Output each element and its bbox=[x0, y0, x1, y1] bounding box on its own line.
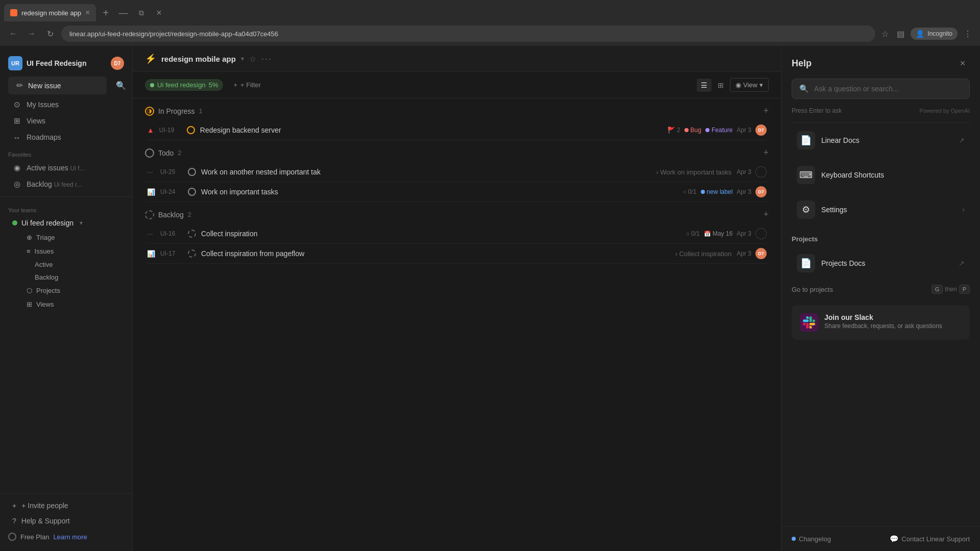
slack-title: Join our Slack bbox=[824, 313, 942, 321]
active-tab[interactable]: redesign mobile app × bbox=[4, 4, 96, 21]
views-team-label: Views bbox=[36, 300, 54, 308]
contact-icon: 💬 bbox=[890, 535, 898, 543]
group-add-todo[interactable]: + bbox=[763, 147, 769, 158]
sidebar-item-views[interactable]: ⊞ Views bbox=[4, 113, 128, 129]
keyboard-shortcuts-item[interactable]: ⌨ Keyboard Shortcuts bbox=[787, 159, 975, 191]
go-to-projects-label: Go to projects bbox=[792, 286, 833, 293]
user-avatar[interactable]: D7 bbox=[111, 57, 124, 70]
plan-icon bbox=[8, 533, 16, 541]
external-link-icon: ↗ bbox=[959, 136, 965, 144]
issue-avatar-empty bbox=[755, 228, 767, 239]
priority-icon-none: ··· bbox=[147, 230, 155, 238]
linear-docs-icon: 📄 bbox=[797, 131, 815, 149]
help-divider bbox=[792, 122, 970, 123]
table-row[interactable]: ··· UI-16 Collect inspiration ○ 0/1 📅May… bbox=[145, 224, 769, 244]
group-count-inprogress: 1 bbox=[199, 107, 203, 115]
status-icon-todo bbox=[145, 148, 154, 158]
refresh-button[interactable]: ↻ bbox=[43, 27, 57, 41]
project-dropdown-caret[interactable]: ▾ bbox=[241, 55, 244, 62]
project-badge-dot bbox=[150, 83, 154, 87]
roadmaps-label: Roadmaps bbox=[27, 133, 61, 141]
view-controls: ☰ ⊞ ◉ View ▾ bbox=[697, 78, 769, 92]
sidebar-item-active-issues[interactable]: ◉ Active issues Ui f... bbox=[4, 160, 128, 176]
issue-status-dot bbox=[188, 188, 196, 196]
address-bar[interactable]: linear.app/ui-feed-redesign/project/rede… bbox=[61, 26, 875, 42]
workspace-name[interactable]: UR UI Feed Redesign bbox=[8, 56, 86, 70]
help-search-icon: 🔍 bbox=[799, 84, 809, 93]
project-badge[interactable]: Ui feed redesign 5% bbox=[145, 79, 223, 91]
view-dropdown[interactable]: ◉ View ▾ bbox=[730, 78, 769, 92]
help-search-box[interactable]: 🔍 bbox=[792, 79, 970, 99]
go-to-projects-row[interactable]: Go to projects G then P bbox=[781, 280, 980, 299]
settings-label: Settings bbox=[821, 206, 956, 214]
list-view-button[interactable]: ☰ bbox=[697, 79, 712, 92]
sidebar-item-active[interactable]: Active bbox=[4, 258, 128, 271]
help-search-input[interactable] bbox=[814, 85, 962, 93]
projects-icon: ⬡ bbox=[27, 287, 32, 294]
grid-view-button[interactable]: ⊞ bbox=[714, 79, 728, 92]
slack-icon bbox=[800, 313, 818, 332]
invite-people-button[interactable]: + + Invite people bbox=[4, 498, 128, 513]
new-issue-button[interactable]: ✏ New issue bbox=[8, 77, 107, 94]
sidebar-item-issues[interactable]: ≡ Issues bbox=[4, 244, 128, 258]
progress-badge: ○ 0/1 bbox=[686, 230, 700, 237]
filter-button[interactable]: + + Filter bbox=[229, 79, 265, 91]
table-row[interactable]: ··· UI-25 Work on another nested importa… bbox=[145, 162, 769, 182]
sidebar-item-projects[interactable]: ⬡ Projects bbox=[4, 284, 128, 297]
back-button[interactable]: ← bbox=[6, 27, 20, 41]
help-support-button[interactable]: ? Help & Support bbox=[4, 513, 128, 529]
incognito-badge: 👤 Incognito bbox=[911, 28, 958, 40]
tag-feature: Feature bbox=[705, 127, 732, 134]
learn-more-link[interactable]: Learn more bbox=[53, 533, 87, 541]
help-close-button[interactable]: × bbox=[955, 56, 970, 70]
sidebar-item-backlog-fav[interactable]: ◎ Backlog Ui feed r... bbox=[4, 176, 128, 192]
group-add-backlog[interactable]: + bbox=[763, 209, 769, 220]
issue-date: Apr 3 bbox=[737, 127, 751, 134]
browser-more-button[interactable]: ⋮ bbox=[962, 27, 974, 41]
due-date: 📅May 16 bbox=[704, 230, 732, 237]
sidebar-item-views-team[interactable]: ⊞ Views bbox=[4, 297, 128, 311]
active-label: Active bbox=[35, 261, 53, 268]
sidebar-toggle[interactable]: ▤ bbox=[895, 27, 906, 41]
projects-docs-item[interactable]: 📄 Projects Docs ↗ bbox=[787, 248, 975, 279]
new-tab-button[interactable]: + bbox=[98, 5, 113, 20]
projects-section-label: Projects bbox=[781, 227, 980, 247]
sidebar-item-triage[interactable]: ⊕ Triage bbox=[4, 231, 128, 244]
group-label-todo: Todo bbox=[158, 149, 174, 157]
contact-link[interactable]: 💬 Contact Linear Support bbox=[890, 535, 970, 543]
slack-box[interactable]: Join our Slack Share feedback, requests,… bbox=[792, 305, 970, 340]
workspace-avatar: UR bbox=[8, 56, 22, 70]
sidebar-item-team[interactable]: Ui feed redesign ▾ bbox=[4, 215, 128, 231]
sidebar-bottom: + + Invite people ? Help & Support Free … bbox=[0, 493, 132, 545]
changelog-link[interactable]: Changelog bbox=[792, 535, 831, 543]
issue-date: Apr 3 bbox=[737, 168, 751, 176]
view-icon: ◉ bbox=[736, 81, 741, 89]
issue-id: UI-25 bbox=[160, 168, 183, 176]
new-issue-label: New issue bbox=[28, 82, 61, 90]
project-header: ⚡ redesign mobile app ▾ ☆ ··· bbox=[133, 46, 781, 72]
projects-docs-external-icon: ↗ bbox=[959, 259, 965, 267]
sidebar-item-backlog[interactable]: Backlog bbox=[4, 271, 128, 284]
linear-docs-item[interactable]: 📄 Linear Docs ↗ bbox=[787, 124, 975, 157]
sidebar-item-my-issues[interactable]: ⊙ My Issues bbox=[4, 96, 128, 113]
table-row[interactable]: 📊 UI-24 Work on important tasks ○ 0/1 ne… bbox=[145, 182, 769, 202]
subtask-count: 🚩 2 bbox=[668, 127, 680, 134]
project-more-button[interactable]: ··· bbox=[261, 54, 272, 64]
my-issues-icon: ⊙ bbox=[12, 100, 21, 109]
tag-bug: Bug bbox=[684, 127, 701, 134]
tab-window-close[interactable]: × bbox=[151, 5, 166, 20]
star-button[interactable]: ☆ bbox=[249, 54, 256, 64]
tab-close-button[interactable]: × bbox=[85, 8, 90, 17]
forward-button[interactable]: → bbox=[24, 27, 39, 41]
group-add-inprogress[interactable]: + bbox=[763, 106, 769, 116]
group-count-todo: 2 bbox=[178, 149, 181, 157]
sidebar-item-roadmaps[interactable]: ↔ Roadmaps bbox=[4, 129, 128, 145]
group-header-todo: Todo 2 + bbox=[145, 140, 769, 162]
bookmark-button[interactable]: ☆ bbox=[879, 27, 891, 41]
view-chevron: ▾ bbox=[760, 81, 763, 89]
table-row[interactable]: 📊 UI-17 Collect inspiration from pageflo… bbox=[145, 244, 769, 264]
settings-item[interactable]: ⚙ Settings › bbox=[787, 193, 975, 226]
table-row[interactable]: ▲ UI-19 Redesign backend server 🚩 2 Bug … bbox=[145, 120, 769, 140]
issue-title: Redesign backend server bbox=[200, 126, 663, 134]
search-button[interactable]: 🔍 bbox=[114, 79, 128, 93]
